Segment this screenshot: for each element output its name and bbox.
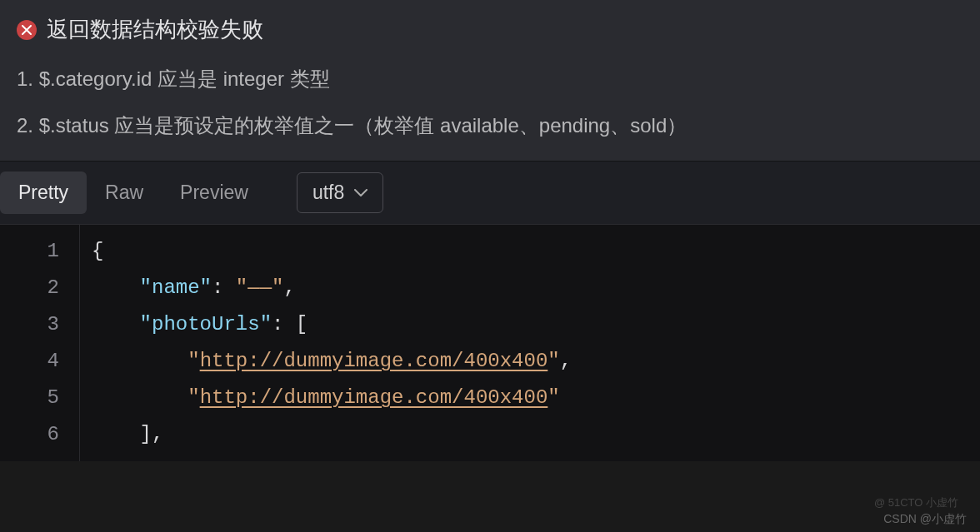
line-number: 5 <box>0 380 59 416</box>
code-line: { <box>92 233 968 270</box>
line-number: 6 <box>0 416 59 453</box>
line-number: 2 <box>0 270 59 306</box>
watermark: CSDN @小虚竹 <box>883 512 967 527</box>
error-panel: 返回数据结构校验失败 1. $.category.id 应当是 integer … <box>0 0 980 161</box>
chevron-down-icon <box>354 189 368 197</box>
code-line: "http://dummyimage.com/400x400" <box>92 380 968 416</box>
url-link[interactable]: http://dummyimage.com/400x400 <box>200 386 548 409</box>
code-area[interactable]: 1 2 3 4 5 6 { "name": "——", "photoUrls":… <box>0 224 980 461</box>
url-link[interactable]: http://dummyimage.com/400x400 <box>200 350 548 372</box>
error-item: 1. $.category.id 应当是 integer 类型 <box>17 64 963 94</box>
tab-pretty[interactable]: Pretty <box>0 172 87 214</box>
view-tab-group: Pretty Raw Preview <box>0 172 267 214</box>
code-line: ], <box>92 416 968 453</box>
tab-raw[interactable]: Raw <box>87 172 162 214</box>
line-gutter: 1 2 3 4 5 6 <box>0 225 80 461</box>
response-toolbar: Pretty Raw Preview utf8 <box>0 161 980 224</box>
line-number: 3 <box>0 306 59 343</box>
error-title: 返回数据结构校验失败 <box>47 15 263 44</box>
code-line: "photoUrls": [ <box>92 306 968 343</box>
encoding-label: utf8 <box>312 181 344 204</box>
watermark: @ 51CTO 小虚竹 <box>874 495 958 510</box>
code-lines: { "name": "——", "photoUrls": [ "http://d… <box>80 225 980 461</box>
code-line: "http://dummyimage.com/400x400", <box>92 343 968 380</box>
code-line: "name": "——", <box>92 270 968 306</box>
error-header: 返回数据结构校验失败 <box>17 15 963 44</box>
tab-preview[interactable]: Preview <box>162 172 267 214</box>
error-item: 2. $.status 应当是预设定的枚举值之一（枚举值 available、p… <box>17 111 963 141</box>
line-number: 4 <box>0 343 59 380</box>
error-list: 1. $.category.id 应当是 integer 类型 2. $.sta… <box>17 64 963 141</box>
error-icon <box>17 20 37 40</box>
line-number: 1 <box>0 233 59 270</box>
encoding-select[interactable]: utf8 <box>297 172 383 213</box>
